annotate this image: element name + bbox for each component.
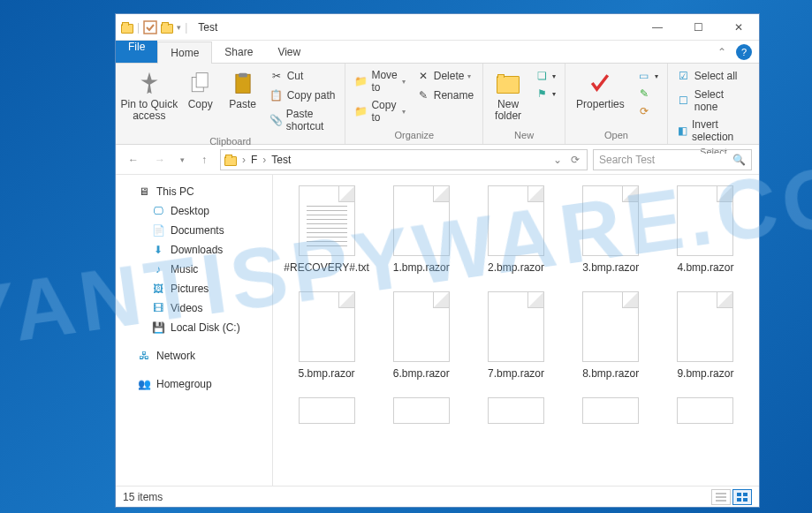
file-item[interactable] <box>284 397 369 424</box>
status-bar: 15 items <box>116 486 759 507</box>
copy-to-button[interactable]: 📁Copy to▾ <box>351 97 408 125</box>
pictures-icon: 🖼 <box>151 282 165 296</box>
nav-documents[interactable]: 📄Documents <box>119 221 269 240</box>
svg-rect-8 <box>743 498 747 502</box>
history-button[interactable]: ⟳ <box>634 102 662 120</box>
address-bar[interactable]: › F › Test ⌄ ⟳ <box>220 149 588 170</box>
maximize-button[interactable]: ☐ <box>678 14 718 41</box>
qat-divider: | <box>185 21 187 34</box>
address-dropdown-icon[interactable]: ⌄ <box>553 154 562 166</box>
checkbox-icon[interactable] <box>143 20 157 34</box>
shortcut-icon: 📎 <box>269 113 283 127</box>
refresh-icon[interactable]: ⟳ <box>567 154 583 166</box>
videos-icon: 🎞 <box>151 301 165 315</box>
file-item[interactable] <box>473 397 558 424</box>
file-item[interactable]: 1.bmp.razor <box>378 185 464 274</box>
file-icon <box>393 291 450 362</box>
paste-button[interactable]: Paste <box>224 67 262 112</box>
file-item[interactable]: 3.bmp.razor <box>568 185 654 274</box>
file-item[interactable]: #RECOVERY#.txt <box>284 185 369 274</box>
file-item[interactable] <box>568 397 654 424</box>
details-icon <box>716 493 726 502</box>
thumbnails-view-button[interactable] <box>732 489 752 505</box>
nav-network[interactable]: 🖧Network <box>119 346 269 366</box>
ribbon-group-select: ☑Select all ☐Select none ◧Invert selecti… <box>668 64 759 144</box>
new-item-button[interactable]: ❏▾ <box>531 67 559 85</box>
back-button[interactable]: ← <box>123 149 144 170</box>
nav-pictures[interactable]: 🖼Pictures <box>119 279 269 298</box>
paste-shortcut-button[interactable]: 📎Paste shortcut <box>266 106 340 134</box>
history-icon: ⟳ <box>637 104 651 118</box>
file-item[interactable]: 7.bmp.razor <box>473 291 558 380</box>
help-icon[interactable]: ? <box>736 44 752 60</box>
nav-desktop[interactable]: 🖵Desktop <box>119 201 269 221</box>
file-content-pane[interactable]: #RECOVERY#.txt1.bmp.razor2.bmp.razor3.bm… <box>273 175 759 486</box>
nav-downloads[interactable]: ⬇Downloads <box>119 240 269 260</box>
select-all-button[interactable]: ☑Select all <box>673 67 754 85</box>
tab-file[interactable]: File <box>116 41 157 63</box>
folder-icon <box>121 24 133 34</box>
search-box[interactable]: 🔍 <box>593 149 752 170</box>
svg-rect-6 <box>743 493 747 496</box>
recent-locations-button[interactable]: ▾ <box>176 149 188 170</box>
invert-selection-button[interactable]: ◧Invert selection <box>673 117 754 145</box>
breadcrumb-part[interactable]: Test <box>271 154 291 166</box>
forward-button[interactable]: → <box>149 149 171 170</box>
search-input[interactable] <box>599 154 732 166</box>
nav-homegroup[interactable]: 👥Homegroup <box>119 374 269 394</box>
close-button[interactable]: ✕ <box>718 14 759 41</box>
nav-this-pc[interactable]: 🖥This PC <box>119 182 269 201</box>
easy-access-button[interactable]: ⚑▾ <box>531 85 559 102</box>
file-item[interactable]: 2.bmp.razor <box>473 185 558 274</box>
up-button[interactable]: ↑ <box>194 149 215 170</box>
edit-button[interactable]: ✎ <box>634 85 662 102</box>
new-folder-button[interactable]: New folder <box>489 67 527 124</box>
rename-button[interactable]: ✎Rename <box>413 87 477 104</box>
file-icon <box>393 185 450 256</box>
file-item[interactable]: 4.bmp.razor <box>663 185 748 274</box>
file-item[interactable]: 6.bmp.razor <box>378 291 464 380</box>
file-item[interactable] <box>663 397 748 424</box>
copy-path-button[interactable]: 📋Copy path <box>266 87 340 104</box>
file-label: 6.bmp.razor <box>393 367 450 380</box>
pin-to-quick-access-button[interactable]: Pin to Quick access <box>121 67 178 124</box>
desktop-icon: 🖵 <box>151 204 165 218</box>
tab-share[interactable]: Share <box>212 41 265 63</box>
minimize-button[interactable]: — <box>637 14 678 41</box>
ribbon-group-clipboard: Pin to Quick access Copy Paste ✂Cut 📋Cop… <box>116 64 345 144</box>
music-icon: ♪ <box>151 262 165 276</box>
details-view-button[interactable] <box>711 489 731 505</box>
select-none-button[interactable]: ☐Select none <box>673 87 754 115</box>
file-icon <box>488 291 544 362</box>
easy-access-icon: ⚑ <box>535 87 549 101</box>
nav-videos[interactable]: 🎞Videos <box>119 298 269 318</box>
properties-button[interactable]: Properties <box>571 67 630 112</box>
file-item[interactable]: 9.bmp.razor <box>663 291 748 380</box>
folder-icon[interactable] <box>161 24 173 34</box>
cut-button[interactable]: ✂Cut <box>266 67 340 85</box>
move-to-button[interactable]: 📁Move to▾ <box>351 67 408 95</box>
qat-dropdown-icon[interactable]: ▾ <box>177 23 181 32</box>
file-item[interactable]: 5.bmp.razor <box>284 291 369 380</box>
tab-view[interactable]: View <box>265 41 313 63</box>
open-button[interactable]: ▭▾ <box>634 67 662 85</box>
breadcrumb-part[interactable]: F <box>251 154 257 166</box>
group-label-open: Open <box>571 128 662 144</box>
ribbon-tabs: File Home Share View ⌃ ? <box>116 41 759 64</box>
folder-icon <box>497 76 520 94</box>
file-item[interactable] <box>378 397 464 424</box>
file-item[interactable]: 8.bmp.razor <box>568 291 654 380</box>
file-icon <box>677 291 733 362</box>
address-bar-row: ← → ▾ ↑ › F › Test ⌄ ⟳ 🔍 <box>116 145 759 175</box>
nav-music[interactable]: ♪Music <box>119 260 269 279</box>
explorer-body: 🖥This PC 🖵Desktop 📄Documents ⬇Downloads … <box>116 175 759 486</box>
rename-icon: ✎ <box>416 88 430 102</box>
move-icon: 📁 <box>354 74 368 88</box>
svg-rect-4 <box>239 73 247 78</box>
edit-icon: ✎ <box>637 87 651 101</box>
nav-local-disk[interactable]: 💾Local Disk (C:) <box>119 318 269 337</box>
collapse-ribbon-icon[interactable]: ⌃ <box>711 41 732 63</box>
tab-home[interactable]: Home <box>157 41 212 64</box>
delete-button[interactable]: ✕Delete▾ <box>413 67 477 85</box>
copy-button[interactable]: Copy <box>181 67 220 112</box>
